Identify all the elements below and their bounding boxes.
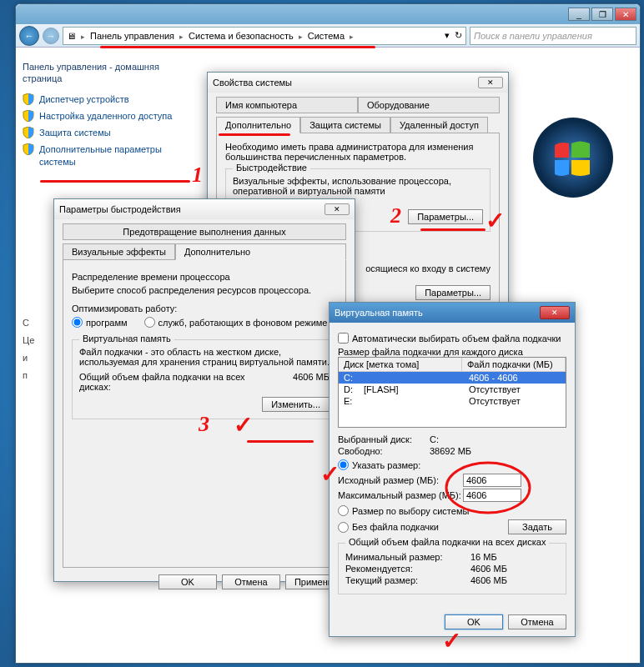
- ok-button[interactable]: OK: [158, 574, 217, 589]
- link-remote-access[interactable]: Настройка удаленного доступа: [23, 110, 184, 122]
- initial-size-input[interactable]: [463, 474, 521, 487]
- performance-settings-button[interactable]: Параметры...: [408, 209, 483, 224]
- close-button[interactable]: ✕: [615, 8, 636, 21]
- disk-table: Диск [метка тома] Файл подкачки (МБ) C: …: [338, 357, 566, 428]
- windows-logo-icon: [531, 116, 615, 199]
- performance-options-dialog: Параметры быстродействия ✕ Предотвращени…: [53, 198, 355, 582]
- vm-total-value: 4606 МБ: [293, 372, 330, 392]
- virtual-memory-dialog: Виртуальная память ✕ Автоматически выбир…: [329, 302, 576, 637]
- minimize-button[interactable]: _: [568, 8, 590, 21]
- refresh-icon[interactable]: ↻: [455, 30, 462, 41]
- dropdown-icon[interactable]: ▾: [445, 30, 450, 41]
- total-group: Общий объем файла подкачки на всех диска…: [338, 543, 566, 594]
- set-button[interactable]: Задать: [508, 519, 566, 534]
- scheduling-title: Распределение времени процессора: [72, 272, 337, 282]
- dialog-titlebar-vm: Виртуальная память ✕: [330, 303, 575, 323]
- dialog-titlebar-perf: Параметры быстродействия ✕: [54, 199, 355, 219]
- link-advanced-system-settings[interactable]: Дополнительные параметры системы: [23, 143, 184, 168]
- dialog-titlebar-sysprops: Свойства системы ✕: [208, 73, 508, 93]
- auto-paging-checkbox[interactable]: [338, 333, 349, 344]
- tab-computer-name[interactable]: Имя компьютера: [216, 97, 358, 113]
- shield-icon: [23, 127, 34, 138]
- max-size-input[interactable]: [463, 489, 521, 502]
- cancel-button[interactable]: Отмена: [222, 574, 280, 589]
- close-icon[interactable]: ✕: [325, 203, 350, 215]
- disk-row-d[interactable]: D: [FLASH] Отсутствует: [339, 384, 566, 395]
- close-icon[interactable]: ✕: [478, 77, 503, 88]
- radio-custom-size[interactable]: [338, 459, 349, 470]
- tab-remote-access[interactable]: Удаленный доступ: [390, 117, 488, 133]
- titlebar: _ ❐ ✕: [16, 4, 640, 24]
- vm-change-button[interactable]: Изменить...: [262, 397, 330, 412]
- radio-programs[interactable]: [72, 317, 83, 328]
- ok-button[interactable]: OK: [445, 614, 503, 629]
- sidebar-title: Панель управления - домашняя страница: [23, 61, 184, 85]
- cancel-button[interactable]: Отмена: [508, 614, 566, 629]
- shield-icon: [23, 110, 34, 122]
- shield-icon: [23, 143, 34, 155]
- computer-icon: 🖥: [67, 31, 76, 41]
- disk-row-c[interactable]: C: 4606 - 4606: [339, 372, 566, 384]
- radio-system-managed[interactable]: [338, 505, 349, 516]
- tab-system-protection[interactable]: Защита системы: [300, 117, 390, 133]
- forward-button[interactable]: →: [43, 28, 59, 44]
- search-input[interactable]: Поиск в панели управления: [470, 27, 636, 45]
- sysprops-intro: Необходимо иметь права администратора дл…: [225, 142, 491, 162]
- tab-advanced[interactable]: Дополнительно: [216, 117, 300, 133]
- disk-row-e[interactable]: E: Отсутствует: [339, 395, 566, 407]
- tab-dep[interactable]: Предотвращение выполнения данных: [63, 223, 346, 240]
- vm-group: Виртуальная память Файл подкачки - это о…: [72, 339, 337, 419]
- bc-item-system-security[interactable]: Система и безопасность: [189, 31, 294, 41]
- radio-services[interactable]: [144, 317, 155, 328]
- shield-icon: [23, 93, 34, 105]
- maximize-button[interactable]: ❐: [591, 8, 613, 21]
- tab-hardware[interactable]: Оборудование: [358, 97, 500, 113]
- radio-no-paging[interactable]: [338, 522, 349, 533]
- bc-item-control-panel[interactable]: Панель управления: [90, 31, 174, 41]
- tab-visual-effects[interactable]: Визуальные эффекты: [63, 243, 175, 260]
- address-bar: ← → 🖥 Панель управления Система и безопа…: [16, 24, 640, 48]
- bc-item-system[interactable]: Система: [308, 31, 345, 41]
- breadcrumb[interactable]: 🖥 Панель управления Система и безопаснос…: [63, 27, 466, 45]
- tab-advanced-perf[interactable]: Дополнительно: [175, 243, 346, 260]
- close-icon[interactable]: ✕: [540, 306, 570, 319]
- profiles-settings-button[interactable]: Параметры...: [415, 285, 491, 300]
- link-device-manager[interactable]: Диспетчер устройств: [23, 93, 184, 105]
- back-button[interactable]: ←: [19, 26, 39, 46]
- link-system-protection[interactable]: Защита системы: [23, 127, 184, 138]
